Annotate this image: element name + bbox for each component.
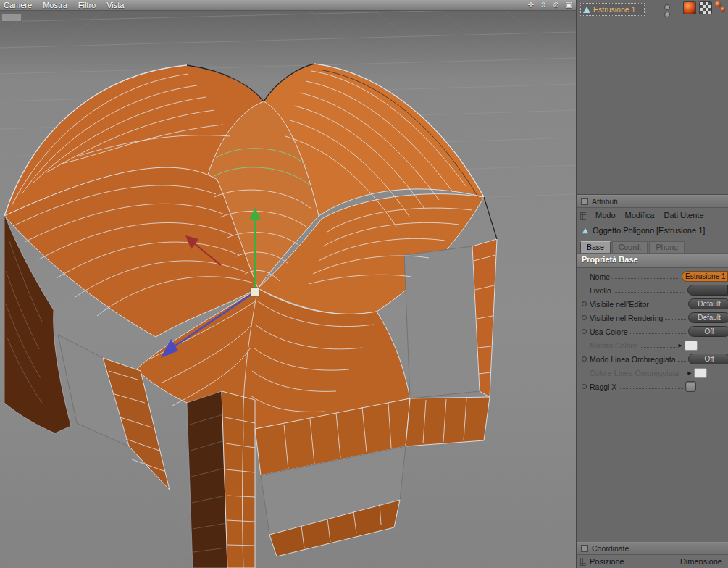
animation-dot[interactable] [582, 329, 587, 334]
menu-bar-items: CamereMostraFiltroVista [4, 0, 124, 10]
viewport-3d[interactable]: CamereMostraFiltroVista ✛⇳⊘▣ [0, 0, 577, 568]
toggle-view-icon[interactable]: ▣ [566, 0, 572, 10]
coordinates-title: Coordinate [592, 544, 629, 553]
panel-square-icon [581, 198, 588, 205]
panel-square-icon [581, 545, 588, 552]
extrude-object-icon [583, 7, 590, 13]
colore-linea-ombreggiata-control[interactable] [694, 368, 707, 378]
shader-mini-icons[interactable] [715, 1, 727, 14]
tab-modifica[interactable]: Modifica [625, 211, 655, 220]
dotted-leader [640, 347, 677, 348]
prop-row-visibile-nel-rendering: Visibile nel RenderingDefault [577, 311, 728, 325]
property-rows: NomeEstrusione 1LivelloVisibile nell'Edi… [577, 268, 728, 393]
nome-control[interactable]: Estrusione 1 [682, 271, 728, 282]
modo-linea-ombreggiata-control[interactable]: Off [688, 354, 728, 364]
prop-row-raggi-x: Raggi X [577, 380, 728, 393]
visibile-nel-rendering-control[interactable]: Default [688, 312, 728, 323]
prop-label-mostra-colore: Mostra Colore [590, 341, 637, 350]
polygon-object-icon [582, 227, 589, 233]
dotted-leader [678, 361, 687, 362]
section-header: Proprietà Base [577, 254, 728, 268]
attributes-panel-header: Attributi [577, 195, 728, 208]
animation-dot[interactable] [582, 356, 587, 362]
extrusion-mesh [4, 64, 497, 568]
zoom-icon[interactable]: ⇳ [540, 0, 546, 10]
right-panel: Estrusione 1 Attributi ModoModificaDati … [577, 0, 728, 568]
dotted-leader [651, 306, 686, 306]
animation-dot[interactable] [582, 384, 587, 389]
name-field-text: Estrusione 1 [685, 272, 726, 280]
dotted-leader [665, 320, 686, 320]
menu-camere[interactable]: Camere [4, 0, 32, 10]
object-manager-item-estrusione[interactable]: Estrusione 1 [580, 3, 645, 16]
animation-dot-placeholder [582, 370, 587, 375]
origin-handle [251, 288, 259, 296]
dotted-leader [619, 388, 683, 389]
drag-grip-icon[interactable] [580, 212, 586, 220]
animation-dot[interactable] [582, 315, 587, 320]
menu-filtro[interactable]: Filtro [78, 0, 96, 10]
attributes-menu-tabs: ModoModificaDati Utente [577, 208, 728, 222]
prop-label-modo-linea-ombreggiata: Modo Linea Ombreggiata [590, 355, 676, 364]
render-visibility-dot[interactable] [664, 12, 670, 17]
dotted-leader [614, 292, 685, 293]
visibile-nell-editor-control[interactable]: Default [688, 298, 728, 309]
prop-row-mostra-colore: Mostra Colore▶ [577, 338, 728, 352]
coordinates-column-posizione: Posizione [590, 557, 624, 566]
editor-visibility-dot[interactable] [664, 4, 670, 10]
prop-row-modo-linea-ombreggiata: Modo Linea OmbreggiataOff [577, 352, 728, 366]
prop-row-livello: Livello [577, 283, 728, 297]
coordinates-column-dimensione: Dimensione [680, 557, 722, 566]
dotted-leader [630, 333, 686, 334]
animation-dot-placeholder [582, 274, 587, 279]
subtab-base[interactable]: Base [580, 241, 611, 253]
object-item-label: Estrusione 1 [593, 5, 635, 14]
drag-grip-icon[interactable] [580, 558, 586, 566]
expand-arrow-icon[interactable]: ▶ [687, 370, 691, 376]
viewport-nav-icons: ✛⇳⊘▣ [527, 0, 572, 10]
attribute-subtabs: BaseCoord.Phong [577, 238, 728, 254]
mostra-colore-control[interactable] [685, 341, 698, 351]
coordinates-panel-header: Coordinate [577, 542, 728, 555]
tab-dati-utente[interactable]: Dati Utente [664, 211, 704, 220]
expand-arrow-icon[interactable]: ▶ [679, 343, 682, 348]
prop-label-livello: Livello [590, 286, 611, 295]
panel-empty-area [577, 393, 728, 542]
dotted-leader [612, 278, 679, 279]
menu-mostra[interactable]: Mostra [43, 0, 67, 10]
viewport-canvas[interactable] [0, 0, 576, 568]
viewport-corner-tab[interactable] [1, 14, 22, 22]
viewport-menu-bar: CamereMostraFiltroVista ✛⇳⊘▣ [0, 0, 576, 11]
object-manager: Estrusione 1 [577, 0, 728, 195]
material-checker-thumbnail[interactable] [699, 1, 712, 14]
animation-dot[interactable] [582, 301, 587, 306]
material-sphere-thumbnail[interactable] [683, 1, 696, 14]
pan-icon[interactable]: ✛ [527, 0, 533, 10]
prop-label-colore-linea-ombreggiata: Colore Linea Ombreggiata [590, 369, 679, 377]
attributes-title: Attributi [592, 197, 618, 206]
prop-label-usa-colore: Usa Colore [590, 327, 628, 336]
raggi-x-control[interactable] [685, 381, 696, 392]
animation-dot-placeholder [582, 343, 587, 348]
menu-vista[interactable]: Vista [106, 0, 124, 10]
tab-modo[interactable]: Modo [595, 211, 616, 220]
attribute-object-label: Oggetto Poligono [Estrusione 1] [593, 226, 705, 235]
prop-row-visibile-nell-editor: Visibile nell'EditorDefault [577, 297, 728, 311]
prop-row-usa-colore: Usa ColoreOff [577, 325, 728, 338]
livello-control[interactable] [687, 285, 728, 296]
prop-label-visibile-nell-editor: Visibile nell'Editor [590, 300, 649, 309]
prop-label-raggi-x: Raggi X [590, 383, 616, 391]
subtab-coord[interactable]: Coord. [612, 241, 648, 253]
subtab-phong[interactable]: Phong [649, 241, 684, 253]
dotted-leader [681, 375, 685, 375]
prop-row-nome: NomeEstrusione 1 [577, 270, 728, 283]
usa-colore-control[interactable]: Off [688, 326, 728, 337]
prop-row-colore-linea-ombreggiata: Colore Linea Ombreggiata▶ [577, 366, 728, 380]
app-window: CamereMostraFiltroVista ✛⇳⊘▣ [0, 0, 728, 568]
prop-label-visibile-nel-rendering: Visibile nel Rendering [590, 314, 663, 322]
rotate-icon[interactable]: ⊘ [553, 0, 558, 10]
coordinates-columns-row: Posizione Dimensione [577, 555, 728, 568]
menu-tabs-container: ModoModificaDati Utente [595, 211, 704, 220]
prop-label-nome: Nome [590, 272, 610, 281]
visibility-toggle-dots [664, 4, 670, 17]
